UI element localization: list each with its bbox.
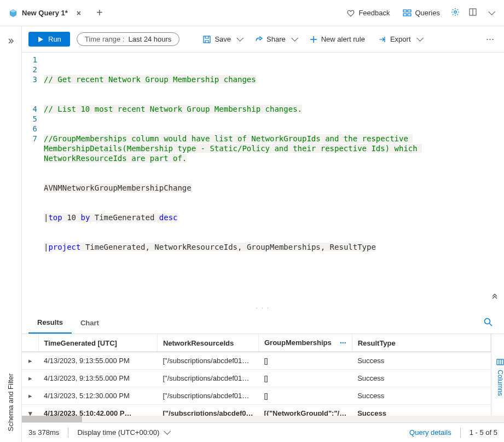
sidebar-label[interactable]: Schema and Filter [7, 374, 15, 432]
chevron-up-double-icon [491, 291, 499, 299]
table-row[interactable]: ▸ 4/13/2023, 9:13:55.000 PM ["/subscript… [22, 352, 491, 370]
svg-rect-9 [497, 359, 503, 365]
panel-icon [468, 8, 477, 16]
horizontal-scrollbar[interactable] [22, 416, 504, 422]
tab-title: New Query 1* [22, 9, 68, 17]
resize-handle[interactable]: · · · [22, 303, 504, 312]
results-tab[interactable]: Results [28, 312, 72, 334]
time-range-picker[interactable]: Time range : Last 24 hours [77, 32, 180, 46]
query-editor[interactable]: 123 4567 // Get recent Network Group Mem… [22, 53, 504, 303]
cube-icon [9, 9, 18, 18]
column-more-icon[interactable]: ··· [340, 338, 346, 347]
play-icon [37, 36, 44, 43]
save-icon [202, 35, 211, 44]
table-row[interactable]: ▸ 4/13/2023, 5:12:30.000 PM ["/subscript… [22, 387, 491, 405]
panel-button[interactable] [464, 8, 482, 18]
query-details-link[interactable]: Query details [409, 428, 451, 437]
queries-icon [403, 9, 412, 18]
expand-row-button[interactable]: ▸ [22, 370, 38, 387]
svg-rect-2 [403, 14, 407, 16]
svg-rect-0 [403, 10, 407, 12]
query-tab[interactable]: New Query 1* × [0, 0, 90, 26]
save-button[interactable]: Save [199, 35, 245, 44]
line-gutter: 123 4567 [22, 55, 44, 301]
svg-rect-7 [204, 36, 210, 43]
results-grid[interactable]: TimeGenerated [UTC] NetworkResourceIds G… [22, 334, 491, 416]
export-icon [378, 35, 387, 44]
export-button[interactable]: Export [375, 35, 425, 44]
more-button[interactable]: ··· [483, 33, 497, 45]
expand-header [22, 334, 38, 352]
close-tab-icon[interactable]: × [77, 9, 81, 18]
col-resulttype[interactable]: ResultType [352, 334, 490, 352]
search-icon [483, 317, 493, 327]
chevron-right-double-icon [7, 37, 15, 45]
svg-point-8 [485, 319, 490, 324]
code-area[interactable]: // Get recent Network Group Membership c… [44, 55, 504, 301]
plus-icon [309, 35, 318, 44]
columns-panel-button[interactable]: Columns [491, 334, 504, 416]
columns-icon [496, 358, 504, 366]
col-networkresourceids[interactable]: NetworkResourceIds [157, 334, 258, 352]
new-tab-button[interactable]: + [90, 7, 109, 19]
panel-dropdown[interactable] [482, 9, 497, 17]
gear-icon [451, 8, 460, 16]
table-row[interactable]: ▸ 4/13/2023, 9:13:55.000 PM ["/subscript… [22, 370, 491, 387]
pager-label: 1 - 5 of 5 [470, 428, 497, 437]
col-timegenerated[interactable]: TimeGenerated [UTC] [38, 334, 157, 352]
expand-row-button[interactable]: ▾ [22, 405, 38, 416]
display-time-dropdown[interactable]: Display time (UTC+00:00) [77, 428, 169, 437]
svg-rect-1 [408, 10, 411, 12]
svg-point-4 [454, 11, 456, 13]
share-button[interactable]: Share [251, 35, 299, 44]
expand-row-button[interactable]: ▸ [22, 352, 38, 370]
new-alert-button[interactable]: New alert rule [306, 35, 368, 44]
scrollbar-thumb[interactable] [22, 416, 82, 422]
search-button[interactable] [479, 317, 497, 329]
settings-button[interactable] [447, 8, 464, 18]
share-icon [254, 35, 263, 44]
feedback-button[interactable]: Feedback [340, 9, 396, 18]
col-groupmemberships[interactable]: GroupMemberships··· [259, 334, 352, 352]
chart-tab[interactable]: Chart [72, 312, 108, 334]
table-row[interactable]: ▾ 4/13/2023, 5:10:42.000 P… ["/subscript… [22, 405, 491, 416]
expand-sidebar-button[interactable] [7, 37, 15, 47]
expand-row-button[interactable]: ▸ [22, 387, 38, 405]
run-button[interactable]: Run [28, 32, 70, 47]
elapsed-time: 3s 378ms [28, 428, 59, 437]
collapse-editor-button[interactable] [491, 291, 499, 301]
heart-icon [346, 9, 355, 18]
queries-button[interactable]: Queries [396, 9, 447, 18]
svg-rect-3 [408, 14, 411, 16]
